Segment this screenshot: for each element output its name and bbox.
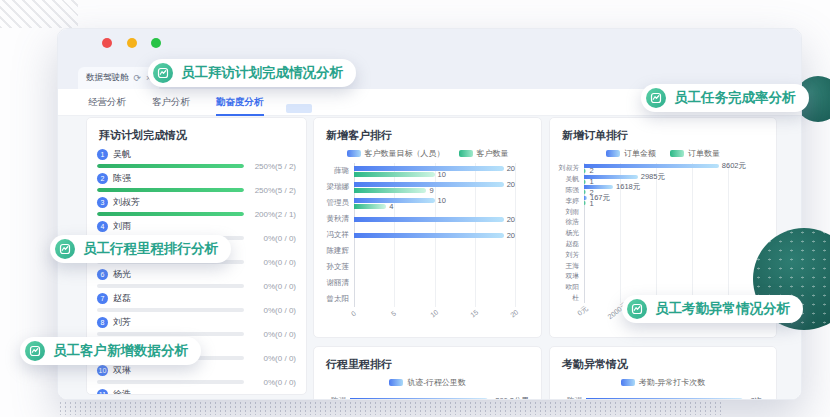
progress-value: 250%(5 / 2) xyxy=(250,186,296,195)
legend-item: 轨迹-行程公里数 xyxy=(389,377,466,388)
bar-lines: 20 xyxy=(354,227,515,243)
bar-row: 陈强396.3公里 xyxy=(314,392,541,400)
bar-row: 刘雨 xyxy=(584,206,746,217)
category-label: 谢丽清 xyxy=(327,278,355,288)
progress-value: 0%(0 / 0) xyxy=(250,258,296,267)
category-label: 曾太阳 xyxy=(327,294,355,304)
employee-name: 陈强 xyxy=(113,172,131,185)
rank-badge: 7 xyxy=(97,293,108,304)
chart-icon xyxy=(627,299,647,319)
legend-item: 考勤-异常打卡次数 xyxy=(621,377,706,388)
amount-bar xyxy=(584,185,613,189)
legend: 订单金额订单数量 xyxy=(550,148,776,159)
bar-row: 管理员104 xyxy=(354,195,515,211)
bar-line: 167元 xyxy=(584,196,746,200)
bar-line: 20 xyxy=(354,233,515,238)
rank-badge: 11 xyxy=(97,389,108,396)
bar-lines xyxy=(584,239,746,250)
panel-title: 新增客户排行 xyxy=(314,118,541,145)
bar-value: 20 xyxy=(507,231,515,240)
panel-title: 拜访计划完成情况 xyxy=(87,118,306,145)
chart-icon xyxy=(646,88,666,108)
x-tick: 0元 xyxy=(576,304,591,319)
legend-label: 轨迹-行程公里数 xyxy=(407,377,466,388)
x-tick: 15 xyxy=(469,308,479,318)
refresh-icon[interactable]: ⟳ xyxy=(134,73,142,83)
quantity-bar xyxy=(584,190,586,194)
callout-new-customer-data-analysis: 员工客户新增数据分析 xyxy=(20,337,201,365)
quantity-bar xyxy=(584,201,586,205)
bar-row: 王海 xyxy=(584,260,746,271)
category-label: 陈强 xyxy=(560,396,582,400)
filter-chip[interactable] xyxy=(286,104,312,113)
bar-lines xyxy=(354,243,515,259)
progress-value: 0%(0 / 0) xyxy=(250,282,296,291)
bar-value: 10 xyxy=(438,170,446,179)
bar-row: 赵磊 xyxy=(584,239,746,250)
bar-row: 徐浩 xyxy=(584,217,746,228)
traffic-light-minimize[interactable] xyxy=(127,38,137,48)
progress-value: 0%(0 / 0) xyxy=(250,234,296,243)
bar-lines xyxy=(584,206,746,217)
bar-line: 2985元 xyxy=(584,175,746,179)
bar-line: 20 xyxy=(354,217,515,222)
rank-badge: 4 xyxy=(97,221,108,232)
decor-stripes xyxy=(0,0,78,28)
legend-item: 客户数量 xyxy=(459,148,509,159)
category-label: 刘雨 xyxy=(565,207,584,217)
amount-bar xyxy=(354,198,435,203)
quantity-bar xyxy=(354,172,435,177)
list-item-head: 3刘叔芳 xyxy=(97,196,296,208)
employee-name: 刘雨 xyxy=(113,220,131,233)
traffic-light-maximize[interactable] xyxy=(151,38,161,48)
quantity-bar xyxy=(354,188,426,193)
nav-tab-3[interactable]: 勤奋度分析 xyxy=(216,96,264,109)
nav-tab-2[interactable]: 客户分析 xyxy=(152,96,190,109)
rank-badge: 1 xyxy=(97,149,108,160)
list-item-head: 1吴帆 xyxy=(97,148,296,160)
x-tick: 10 xyxy=(428,308,438,318)
legend-swatch-green xyxy=(670,150,684,157)
legend-swatch-blue xyxy=(606,150,620,157)
bar-line: 4 xyxy=(354,204,515,209)
x-tick: 0 xyxy=(350,310,357,318)
bar-row: 刘叔芳8602元2 xyxy=(584,163,746,174)
category-label: 管理员 xyxy=(327,198,355,208)
attendance-chart: 陈强8次 xyxy=(550,392,776,400)
bar-lines xyxy=(584,271,746,282)
list-item: 2陈强250%(5 / 2) xyxy=(87,169,306,193)
progress-track xyxy=(97,164,244,168)
progress-value: 250%(5 / 2) xyxy=(250,162,296,171)
nav-tab-1[interactable]: 经营分析 xyxy=(88,96,126,109)
legend-label: 客户数量 xyxy=(477,148,509,159)
traffic-light-close[interactable] xyxy=(102,38,112,48)
panel-new-customers: 新增客户排行 客户数量目标（人员）客户数量 薛璐2010梁瑞娜209管理员104… xyxy=(313,117,542,338)
category-label: 梁瑞娜 xyxy=(327,182,355,192)
callout-label: 员工任务完成率分析 xyxy=(674,89,796,107)
category-label: 陈建辉 xyxy=(327,246,355,256)
bar-value: 20 xyxy=(507,215,515,224)
chart-icon xyxy=(55,239,75,259)
bar-lines: 8602元2 xyxy=(584,163,746,174)
amount-bar xyxy=(584,164,719,168)
chart-icon xyxy=(25,341,45,361)
x-axis: 05101520 xyxy=(354,307,515,322)
value-bar xyxy=(350,398,488,401)
category-label: 孙文莲 xyxy=(327,262,355,272)
employee-name: 刘芳 xyxy=(113,316,131,329)
bar-lines: 104 xyxy=(354,195,515,211)
panel-title: 新增订单排行 xyxy=(550,118,776,145)
callout-label: 员工客户新增数据分析 xyxy=(53,342,188,360)
bar-lines: 20 xyxy=(354,211,515,227)
legend-label: 客户数量目标（人员） xyxy=(365,148,445,159)
rank-badge: 8 xyxy=(97,317,108,328)
bar-row: 冯文祥20 xyxy=(354,227,515,243)
legend-swatch-blue xyxy=(621,379,635,386)
legend-item: 客户数量目标（人员） xyxy=(347,148,445,159)
list-item: 7赵磊0%(0 / 0) xyxy=(87,289,306,313)
bar-line: 1 xyxy=(584,180,746,184)
bar-row: 黄秋清20 xyxy=(354,211,515,227)
bar-row: 双琳 xyxy=(584,271,746,282)
mileage-chart: 陈强396.3公里 xyxy=(314,392,541,400)
list-item-head: 4刘雨 xyxy=(97,220,296,232)
